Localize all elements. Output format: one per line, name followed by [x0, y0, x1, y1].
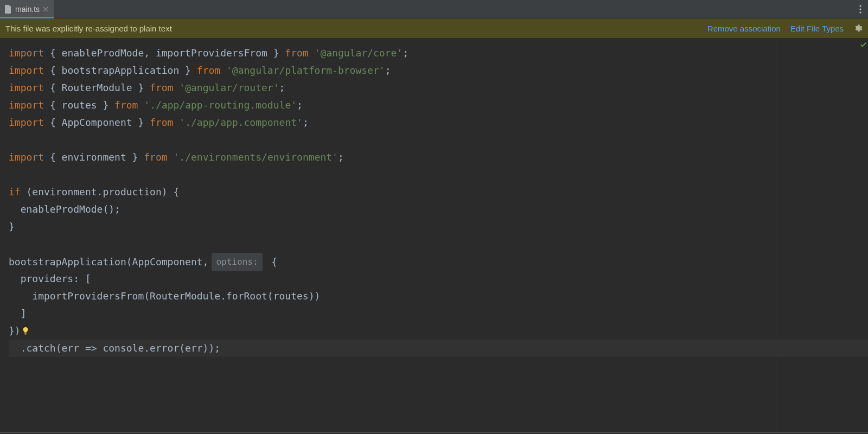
editor-container: import { enableProdMode, importProviders…	[0, 38, 868, 433]
code-line: import { enableProdMode, importProviders…	[9, 44, 868, 62]
more-vertical-icon	[859, 5, 861, 14]
code-line: import { environment } from './environme…	[9, 149, 868, 166]
parameter-hint: options:	[212, 253, 262, 271]
close-tab-button[interactable]	[43, 5, 48, 14]
code-line: import { RouterModule } from '@angular/r…	[9, 79, 868, 97]
code-line: import { bootstrapApplication } from '@a…	[9, 62, 868, 79]
code-line: })	[9, 322, 868, 340]
code-line: bootstrapApplication(AppComponent,option…	[9, 253, 868, 270]
code-line	[9, 131, 868, 149]
gear-icon	[853, 24, 863, 33]
code-line: if (environment.production) {	[9, 183, 868, 201]
file-icon	[4, 5, 12, 14]
code-line: ]	[9, 305, 868, 322]
intention-bulb-icon[interactable]	[22, 323, 29, 341]
remove-association-link[interactable]: Remove association	[707, 24, 781, 33]
code-line: enableProdMode();	[9, 201, 868, 218]
tab-filename: main.ts	[15, 5, 40, 14]
svg-point-2	[859, 11, 861, 13]
svg-rect-4	[24, 334, 27, 334]
svg-rect-3	[24, 333, 27, 334]
code-line: importProvidersFrom(RouterModule.forRoot…	[9, 288, 868, 305]
tab-bar: main.ts	[0, 0, 868, 18]
edit-file-types-link[interactable]: Edit File Types	[790, 24, 844, 33]
tab-options-button[interactable]	[853, 0, 868, 18]
svg-point-1	[859, 8, 861, 10]
code-line	[9, 235, 868, 253]
code-line	[9, 166, 868, 183]
code-line-current: .catch(err => console.error(err));	[9, 340, 868, 357]
editor-tab-main[interactable]: main.ts	[0, 0, 54, 18]
code-line: import { AppComponent } from './app/app.…	[9, 114, 868, 131]
code-line: providers: [	[9, 270, 868, 288]
file-type-warning-banner: This file was explicitly re-assigned to …	[0, 18, 868, 38]
code-line: import { routes } from './app/app-routin…	[9, 97, 868, 114]
tab-bar-spacer	[54, 0, 853, 18]
code-line: }	[9, 218, 868, 235]
banner-message: This file was explicitly re-assigned to …	[5, 24, 698, 33]
svg-point-0	[859, 5, 861, 7]
banner-settings-button[interactable]	[853, 24, 863, 33]
code-editor[interactable]: import { enableProdMode, importProviders…	[0, 38, 868, 432]
